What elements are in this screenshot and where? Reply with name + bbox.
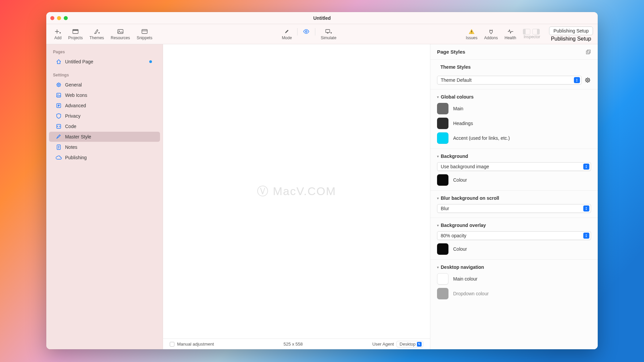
- cloud-icon: [56, 155, 62, 161]
- sidebar-item-label: Notes: [65, 144, 77, 150]
- issues-button[interactable]: Issues: [463, 27, 481, 42]
- code-icon: [56, 123, 62, 129]
- nav-main-colour[interactable]: Main colour: [437, 273, 591, 285]
- toolbar-label: Simulate: [321, 36, 336, 40]
- toolbar-label: Projects: [68, 36, 83, 40]
- canvas: Ⓥ MacV.COM Manual adjustment 525 x 558 U…: [163, 44, 430, 349]
- inspector-header: Page Styles: [430, 44, 598, 60]
- plug-icon: [489, 28, 493, 35]
- svg-point-3: [118, 30, 119, 31]
- section-blur: ▾Blur background on scroll Blur ▴▾: [430, 191, 598, 218]
- svg-point-5: [306, 31, 307, 32]
- swatch[interactable]: [437, 288, 448, 299]
- user-agent-label: User Agent: [372, 342, 394, 347]
- health-button[interactable]: Health: [501, 27, 520, 42]
- separator: [297, 28, 298, 36]
- resources-button[interactable]: Resources: [107, 27, 133, 42]
- sidebar-item-advanced[interactable]: Advanced: [49, 101, 160, 111]
- inspector-button[interactable]: Inspector: [520, 27, 544, 41]
- inspector-right-icon[interactable]: [532, 29, 540, 35]
- sidebar-item-webicons[interactable]: Web Icons: [49, 90, 160, 100]
- brush-icon: [56, 134, 62, 140]
- toolbar-left-group: ▾ Add Projects ▾ Themes Resources Snippe…: [51, 27, 156, 42]
- svg-rect-4: [142, 29, 147, 34]
- swatch[interactable]: [437, 243, 448, 255]
- pencil-icon: [284, 28, 289, 35]
- warning-icon: [469, 28, 475, 35]
- gear-icon[interactable]: [584, 77, 591, 83]
- sidebar-page-untitled[interactable]: Untitled Page: [49, 57, 160, 67]
- background-colour[interactable]: Colour: [437, 174, 591, 186]
- zoom-icon[interactable]: [64, 16, 68, 20]
- toolbar-label: Addons: [484, 36, 498, 40]
- themes-button[interactable]: ▾ Themes: [86, 27, 107, 42]
- blur-select[interactable]: Blur ▴▾: [437, 204, 591, 213]
- swatch[interactable]: [437, 273, 448, 285]
- projects-button[interactable]: Projects: [65, 27, 86, 42]
- manual-adjustment-checkbox[interactable]: [170, 342, 174, 347]
- user-agent-select[interactable]: Desktop ⇅: [396, 341, 423, 347]
- toolbar-label: Publishing Setup: [551, 36, 591, 42]
- addons-button[interactable]: Addons: [481, 27, 501, 42]
- section-header[interactable]: ▾Desktop navigation: [437, 264, 591, 270]
- sidebar-item-masterstyle[interactable]: Master Style: [49, 132, 160, 142]
- toolbar-label: Mode: [282, 36, 292, 40]
- main-area: Pages Untitled Page Settings General Web…: [46, 44, 598, 349]
- popout-icon[interactable]: [586, 49, 591, 55]
- overlay-select[interactable]: 80% opacity ▴▾: [437, 231, 591, 240]
- simulate-icon: ▾: [325, 28, 332, 35]
- overlay-colour[interactable]: Colour: [437, 243, 591, 255]
- sidebar-item-code[interactable]: Code: [49, 121, 160, 131]
- theme-select[interactable]: Theme Default ▴▾: [437, 76, 582, 84]
- toolbar-label: Themes: [90, 36, 104, 40]
- inspector-left-icon[interactable]: [523, 29, 530, 35]
- section-header[interactable]: ▾Background: [437, 154, 591, 159]
- toolbar-label: Health: [504, 36, 516, 40]
- webicon-icon: [56, 92, 62, 98]
- sidebar: Pages Untitled Page Settings General Web…: [46, 44, 163, 349]
- nav-dropdown-colour[interactable]: Dropdown colour: [437, 288, 591, 299]
- colour-accent[interactable]: Accent (used for links, etc.): [437, 132, 591, 144]
- pulse-icon: [507, 28, 514, 35]
- section-header[interactable]: ▾Background overlay: [437, 223, 591, 228]
- chevron-updown-icon: ▴▾: [583, 164, 589, 170]
- folder-icon: [72, 28, 78, 35]
- swatch[interactable]: [437, 118, 448, 129]
- sidebar-item-publishing[interactable]: Publishing: [49, 153, 160, 163]
- swatch[interactable]: [437, 103, 448, 114]
- toolbar-right-group: Issues Addons Health Inspector Publishin…: [463, 26, 593, 42]
- separator: [315, 28, 315, 36]
- swatch[interactable]: [437, 132, 448, 144]
- svg-rect-6: [326, 29, 330, 33]
- sidebar-item-general[interactable]: General: [49, 80, 160, 90]
- preview-eye-button[interactable]: [300, 27, 313, 42]
- sidebar-pages-heading: Pages: [46, 47, 163, 56]
- chevron-updown-icon: ▴▾: [583, 233, 589, 239]
- add-button[interactable]: ▾ Add: [51, 27, 65, 42]
- chevron-updown-icon: ⇅: [417, 342, 422, 347]
- sidebar-item-notes[interactable]: Notes: [49, 142, 160, 152]
- section-global-colours: ▾Global colours Main Headings Accent (us…: [430, 89, 598, 149]
- mode-button[interactable]: Mode: [278, 27, 295, 42]
- background-select[interactable]: Use background image ▴▾: [437, 162, 591, 171]
- canvas-dimensions: 525 x 558: [283, 342, 303, 347]
- canvas-watermark: Ⓥ MacV.COM: [163, 44, 430, 339]
- section-header[interactable]: ▾Global colours: [437, 94, 591, 100]
- simulate-button[interactable]: ▾ Simulate: [317, 27, 340, 42]
- colour-main[interactable]: Main: [437, 103, 591, 114]
- publishing-setup-button[interactable]: Publishing Setup: [549, 26, 593, 35]
- section-desktop-nav: ▾Desktop navigation Main colour Dropdown…: [430, 260, 598, 304]
- inspector-title: Page Styles: [437, 49, 465, 55]
- modified-dot-icon: [149, 60, 152, 63]
- section-header[interactable]: ▾Blur background on scroll: [437, 195, 591, 201]
- section-overlay: ▾Background overlay 80% opacity ▴▾ Colou…: [430, 218, 598, 260]
- gear-icon: [56, 82, 62, 88]
- swatch[interactable]: [437, 174, 448, 186]
- minimize-icon[interactable]: [57, 16, 61, 20]
- colour-headings[interactable]: Headings: [437, 118, 591, 129]
- snippets-button[interactable]: Snippets: [133, 27, 156, 42]
- sidebar-item-label: General: [65, 82, 82, 87]
- sidebar-item-label: Untitled Page: [65, 59, 93, 64]
- sidebar-item-privacy[interactable]: Privacy: [49, 111, 160, 121]
- close-icon[interactable]: [50, 16, 54, 20]
